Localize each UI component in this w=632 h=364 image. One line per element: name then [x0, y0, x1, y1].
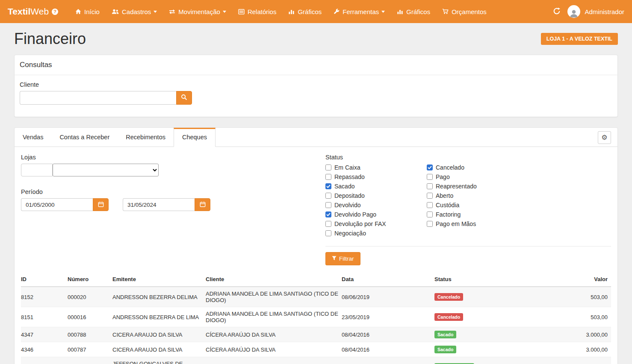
date-to-input[interactable] [123, 198, 195, 211]
lojas-label: Lojas [21, 154, 325, 161]
checkbox-factoring[interactable] [427, 211, 433, 217]
tab-recebimentos[interactable]: Recebimentos [118, 128, 174, 147]
nav-item-graficos[interactable]: Gráficos [391, 4, 436, 19]
settings-button[interactable]: ⚙ [598, 131, 611, 144]
tab-content-cheques: Lojas Período [15, 147, 617, 364]
checkbox-depositado[interactable] [325, 193, 331, 199]
status-option-custodia[interactable]: Custódia [427, 201, 477, 209]
checkbox-em-caixa[interactable] [325, 164, 331, 170]
status-badge: Sacado [434, 346, 456, 353]
status-option-factoring[interactable]: Factoring [427, 211, 477, 218]
checkbox-cancelado[interactable] [427, 164, 433, 170]
checkbox-negociacao[interactable] [325, 230, 331, 236]
help-icon[interactable]: ? [52, 9, 58, 15]
cart-icon [442, 9, 449, 15]
status-option-label: Negociação [334, 230, 366, 237]
nav-item-cadastros[interactable]: Cadastros [106, 4, 163, 19]
status-option-negociacao[interactable]: Negociação [325, 229, 427, 237]
cell-id: 8152 [21, 287, 68, 307]
cell-cliente: CÍCERA ARAÚJO DA SILVA [206, 327, 342, 342]
cell-numero: 000016 [68, 307, 112, 327]
cell-id: 8151 [21, 307, 68, 327]
table-row[interactable]: 3502800070JEFFSON GONÇALVES DE SOUZAJEFE… [21, 357, 611, 364]
column-header-numero: Número [68, 272, 112, 287]
brand-logo[interactable]: TextilWeb ? [8, 6, 58, 17]
status-option-devolvido[interactable]: Devolvido [325, 201, 427, 209]
status-label: Status [325, 154, 611, 161]
users-icon [112, 9, 119, 15]
tab-vendas[interactable]: Vendas [15, 128, 51, 147]
cell-valor: 3.000,00 [541, 342, 611, 357]
cliente-search-input[interactable] [20, 91, 176, 105]
status-option-depositado[interactable]: Depositado [325, 192, 427, 200]
column-header-emitente: Emitente [112, 272, 206, 287]
report-icon [238, 9, 245, 15]
cell-data: 08/04/2016 [342, 342, 434, 357]
checkbox-reapresentado[interactable] [427, 183, 433, 189]
table-row[interactable]: 8151000016ANDRESSON BEZERRA DE LIMAADRIA… [21, 307, 611, 327]
table-row[interactable]: 4347000788CICERA ARAUJO DA SILVACÍCERA A… [21, 327, 611, 342]
checkbox-custodia[interactable] [427, 202, 433, 208]
status-option-label: Pago em Mãos [436, 220, 476, 227]
status-option-sacado[interactable]: Sacado [325, 182, 427, 190]
nav-item-label: Gráficos [406, 8, 430, 15]
nav-item-movimentacao[interactable]: Movimentação [163, 4, 232, 19]
status-option-em-caixa[interactable]: Em Caixa [325, 164, 427, 171]
status-option-pago[interactable]: Pago [427, 173, 477, 181]
checkbox-pago-em-maos[interactable] [427, 221, 433, 227]
checkbox-pago[interactable] [427, 174, 433, 180]
status-option-label: Sacado [334, 183, 354, 190]
status-option-label: Devolvido Pago [334, 211, 376, 218]
loja-code-input[interactable] [21, 164, 53, 176]
date-from-calendar-button[interactable] [93, 198, 109, 211]
cell-numero: 000787 [68, 342, 112, 357]
table-row[interactable]: 4346000787CICERA ARAUJO DA SILVACÍCERA A… [21, 342, 611, 357]
nav-item-ferramentas[interactable]: Ferramentas [328, 4, 391, 19]
page-title: Financeiro [14, 30, 86, 48]
cell-emitente: ANDRESSON BEZERRA DE LIMA [112, 307, 206, 327]
dates-row [21, 198, 325, 211]
checkbox-devolucao-por-fax[interactable] [325, 221, 331, 227]
status-option-pago-em-maos[interactable]: Pago em Mãos [427, 220, 477, 228]
date-to-group [123, 198, 210, 211]
status-option-devolucao-por-fax[interactable]: Devolução por FAX [325, 220, 427, 228]
table-row[interactable]: 8152000020ANDRESSON BEZERRA DELIMAADRIAN… [21, 287, 611, 307]
status-option-devolvido-pago[interactable]: Devolvido Pago [325, 211, 427, 218]
cell-cliente: JEFERSSON GONÇALVES DE SOUZA (LUZIMAR) [206, 357, 342, 364]
cell-valor: 503,00 [541, 287, 611, 307]
status-option-aberto[interactable]: Aberto [427, 192, 477, 200]
column-header-status: Status [434, 272, 541, 287]
nav-item-inicio[interactable]: Início [69, 4, 106, 19]
avatar [567, 5, 580, 18]
cell-data: 08/06/2019 [342, 287, 434, 307]
cell-data: 28/09/2015 [342, 357, 434, 364]
checkbox-devolvido-pago[interactable] [325, 211, 331, 217]
lojas-row [21, 164, 325, 176]
loja-select[interactable] [53, 164, 159, 176]
status-option-repassado[interactable]: Repassado [325, 173, 427, 181]
nav-item-graficos[interactable]: Gráficos [282, 4, 328, 19]
refresh-button[interactable] [553, 7, 561, 16]
tab-cheques[interactable]: Cheques [174, 128, 216, 147]
checkbox-devolvido[interactable] [325, 202, 331, 208]
tab-contas-a-receber[interactable]: Contas a Receber [51, 128, 118, 147]
cell-status: Cancelado [434, 287, 541, 307]
store-button[interactable]: LOJA 1 - A VELOZ TEXTIL [541, 33, 618, 45]
checkbox-sacado[interactable] [325, 183, 331, 189]
filters-row: Lojas Período [21, 154, 611, 265]
date-from-input[interactable] [21, 198, 93, 211]
cliente-search-button[interactable] [176, 91, 192, 105]
checkbox-aberto[interactable] [427, 193, 433, 199]
status-badge: Cancelado [434, 293, 463, 301]
status-option-reapresentado[interactable]: Reapresentado [427, 182, 477, 190]
user-menu[interactable]: Administrador [567, 5, 624, 18]
cell-valor: 3.000,00 [541, 327, 611, 342]
checkbox-repassado[interactable] [325, 174, 331, 180]
filtrar-button[interactable]: Filtrar [325, 252, 360, 265]
nav-item-orcamentos[interactable]: Orçamentos [436, 4, 493, 19]
date-to-calendar-button[interactable] [195, 198, 210, 211]
cheques-table-head: IDNúmeroEmitenteClienteDataStatusValor [21, 272, 611, 287]
nav-item-relatorios[interactable]: Relatórios [232, 4, 283, 19]
status-checkbox-columns: Em CaixaRepassadoSacadoDepositadoDevolvi… [325, 164, 611, 239]
status-option-cancelado[interactable]: Cancelado [427, 164, 477, 171]
